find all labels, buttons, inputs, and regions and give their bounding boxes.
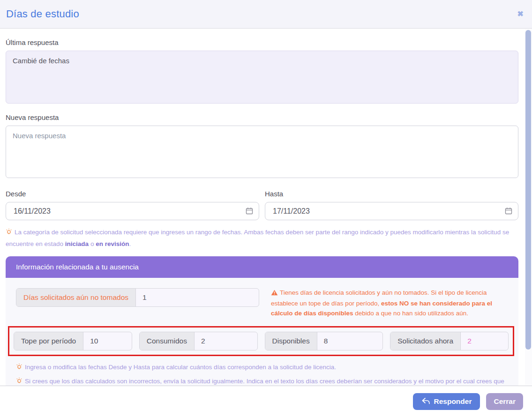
quota-period-cap-value: 10 — [83, 332, 132, 350]
modal-header: Días de estudio ✖ — [0, 0, 532, 29]
range-tip-bold-1: iniciada — [65, 240, 89, 247]
lightbulb-icon — [16, 363, 22, 374]
reply-button[interactable]: Responder — [413, 393, 480, 410]
quota-requested-now-label: Solicitados ahora — [390, 332, 461, 350]
tip-calculate-days: Ingresa o modifica las fechas Desde y Ha… — [16, 362, 508, 374]
lightbulb-icon — [6, 228, 12, 239]
scrollbar-track[interactable] — [525, 29, 532, 385]
date-from-column: Desde — [6, 182, 259, 220]
date-range-tip: La categoría de solicitud seleccionada r… — [6, 227, 518, 249]
modal-body: Última respuesta Cambié de fechas Nueva … — [0, 29, 532, 408]
quota-available-value: 8 — [317, 332, 383, 350]
new-response-label: Nueva respuesta — [6, 113, 518, 121]
date-to-label: Hasta — [265, 190, 518, 198]
last-response-textarea[interactable]: Cambié de fechas — [6, 51, 518, 104]
dates-row: Desde Hasta — [6, 182, 518, 220]
scrollbar-thumb[interactable] — [525, 30, 531, 350]
pending-days-value: 1 — [136, 289, 259, 306]
date-to-input[interactable] — [265, 202, 518, 220]
warning-triangle-icon — [271, 289, 278, 299]
close-button-label: Cerrar — [494, 397, 516, 406]
reply-button-label: Responder — [434, 397, 472, 406]
quota-highlight-box: Tope por período 10 Consumidos 2 Disponi… — [8, 326, 514, 356]
date-from-label: Desde — [6, 190, 259, 198]
modal-title: Días de estudio — [6, 8, 79, 20]
close-button[interactable]: Cerrar — [486, 393, 523, 410]
quota-requested-now-value: 2 — [461, 332, 508, 350]
quota-available-group: Disponibles 8 — [265, 332, 383, 350]
quota-consumed-group: Consumidos 2 — [139, 332, 258, 350]
pending-days-label: Días solicitados aún no tomados — [16, 289, 136, 306]
last-response-label: Última respuesta — [6, 38, 518, 46]
quota-consumed-value: 2 — [195, 332, 257, 350]
pending-days-warning: Tienes días de licencia solicitados y aú… — [271, 288, 508, 319]
date-from-input[interactable] — [6, 202, 259, 220]
range-tip-text-2: o — [89, 240, 96, 247]
quota-requested-now-group: Solicitados ahora 2 — [390, 332, 509, 350]
absence-info-title: Información relacionada a tu ausencia — [6, 256, 518, 278]
new-response-textarea[interactable] — [6, 126, 518, 178]
study-days-modal: Días de estudio ✖ Última respuesta Cambi… — [0, 0, 532, 408]
date-to-column: Hasta — [265, 182, 518, 220]
range-tip-bold-2: en revisión — [96, 240, 129, 247]
quota-period-cap-label: Tope por período — [14, 332, 83, 350]
quota-available-label: Disponibles — [265, 332, 317, 350]
close-icon[interactable]: ✖ — [517, 10, 524, 18]
quota-consumed-label: Consumidos — [140, 332, 195, 350]
reply-arrow-icon — [421, 397, 430, 406]
pending-days-group: Días solicitados aún no tomados 1 — [16, 288, 259, 307]
quota-period-cap-group: Tope por período 10 — [14, 332, 132, 350]
tip-calculate-days-text: Ingresa o modifica las fechas Desde y Ha… — [25, 364, 336, 371]
warning-text-2: debido a que no han sido utilizados aún. — [353, 310, 468, 317]
modal-footer: Responder Cerrar — [0, 386, 532, 417]
range-tip-text-3: . — [129, 240, 131, 247]
